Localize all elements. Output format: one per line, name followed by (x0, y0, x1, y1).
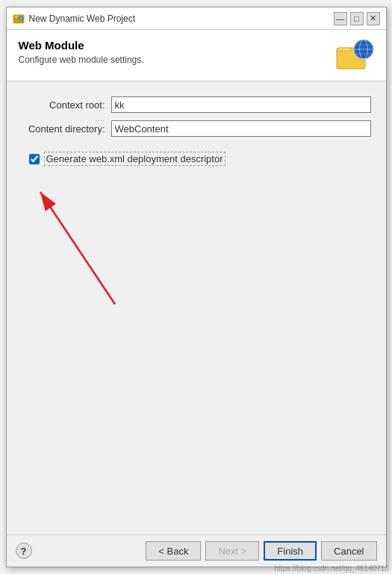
context-root-input[interactable] (111, 96, 371, 113)
help-button[interactable]: ? (16, 543, 32, 559)
section-subtitle: Configure web module settings. (19, 55, 144, 65)
context-root-label: Context root: (22, 99, 111, 111)
generate-xml-label[interactable]: Generate web.xml deployment descriptor (44, 152, 225, 166)
header-section: Web Module Configure web module settings… (7, 30, 386, 81)
content-area: Context root: Content directory: Generat… (7, 81, 386, 534)
footer-buttons: < Back Next > Finish Cancel (146, 541, 376, 561)
content-directory-input[interactable] (111, 120, 371, 137)
header-text: Web Module Configure web module settings… (19, 39, 144, 65)
title-bar-left: New Dynamic Web Project (13, 13, 136, 25)
folder-globe-icon (335, 39, 374, 72)
main-window: New Dynamic Web Project — □ ✕ Web Module… (6, 7, 387, 567)
back-button[interactable]: < Back (146, 541, 201, 561)
footer-left: ? (16, 543, 32, 559)
content-directory-label: Content directory: (22, 123, 111, 135)
red-arrow (25, 170, 130, 319)
title-bar-controls: — □ ✕ (334, 12, 380, 25)
context-root-row: Context root: (22, 96, 371, 113)
checkbox-row: Generate web.xml deployment descriptor (29, 152, 371, 166)
minimize-button[interactable]: — (334, 12, 347, 25)
footer: ? < Back Next > Finish Cancel (7, 534, 386, 567)
close-button[interactable]: ✕ (367, 12, 380, 25)
watermark: https://blog.csdn.net/qq_46140718 (275, 564, 389, 573)
generate-xml-checkbox[interactable] (29, 154, 40, 164)
title-bar: New Dynamic Web Project — □ ✕ (7, 7, 386, 30)
finish-button[interactable]: Finish (264, 541, 317, 561)
svg-line-13 (40, 192, 115, 304)
window-icon (13, 13, 25, 25)
arrow-area (22, 166, 371, 519)
window-title: New Dynamic Web Project (29, 13, 136, 24)
cancel-button[interactable]: Cancel (321, 541, 376, 561)
content-directory-row: Content directory: (22, 120, 371, 137)
section-title: Web Module (19, 39, 144, 52)
maximize-button[interactable]: □ (350, 12, 364, 25)
next-button[interactable]: Next > (205, 541, 259, 561)
